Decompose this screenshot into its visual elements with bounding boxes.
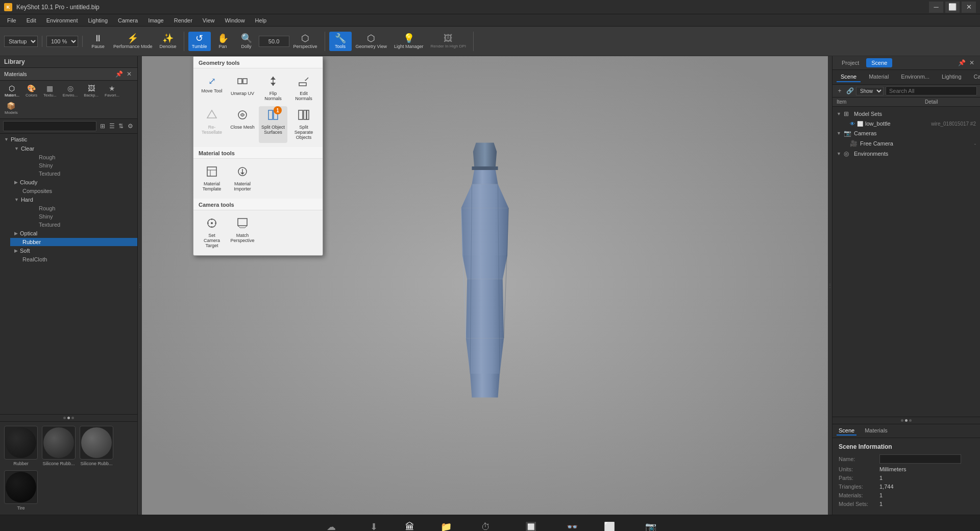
flip-normals-btn[interactable]: Flip Normals bbox=[259, 73, 287, 104]
left-collapse-handle[interactable]: ⋮ bbox=[138, 56, 142, 515]
distance-input[interactable] bbox=[259, 36, 289, 47]
close-button[interactable]: ✕ bbox=[962, 2, 976, 13]
model-sets-row[interactable]: ▼ ⊞ Model Sets bbox=[832, 109, 980, 119]
si-name-input[interactable] bbox=[879, 454, 961, 464]
menu-window[interactable]: Window bbox=[219, 16, 250, 25]
material-template-btn[interactable]: Material Template bbox=[198, 163, 226, 195]
rp-scene-tab[interactable]: Scene bbox=[866, 58, 892, 67]
tab-textures[interactable]: ▦ Textu... bbox=[41, 83, 59, 99]
list-view-icon[interactable]: ☰ bbox=[108, 122, 116, 130]
menu-file[interactable]: File bbox=[2, 16, 21, 25]
hard-textured[interactable]: Textured bbox=[20, 221, 137, 229]
show-dropdown[interactable]: Show bbox=[856, 87, 884, 95]
menu-help[interactable]: Help bbox=[250, 16, 272, 25]
menu-edit[interactable]: Edit bbox=[21, 16, 41, 25]
render-high-dpi-button[interactable]: 🖼 Render In High DPI bbox=[428, 32, 469, 51]
material-importer-btn[interactable]: Material Importer bbox=[228, 163, 257, 195]
composites-item[interactable]: Composites bbox=[10, 187, 137, 195]
soft-header[interactable]: ▶ Soft bbox=[10, 246, 137, 255]
tab-backplates[interactable]: 🖼 Backp... bbox=[81, 83, 101, 99]
split-separate-objects-btn[interactable]: Split Separate Objects bbox=[289, 106, 318, 143]
close-panel-icon[interactable]: ✕ bbox=[125, 70, 133, 78]
pause-button[interactable]: ⏸ Pause bbox=[87, 32, 109, 51]
tab-colors[interactable]: 🎨 Colors bbox=[23, 83, 40, 99]
re-tessellate-btn[interactable]: Re-Tessellate bbox=[198, 106, 226, 143]
sm-scene-tab[interactable]: Scene bbox=[837, 426, 856, 436]
bnav-library[interactable]: 🏛 Library bbox=[397, 519, 423, 532]
sort-icon[interactable]: ⇅ bbox=[117, 122, 125, 130]
low-bottle-row[interactable]: 👁 ⬜ low_bottle wire_018015017 #2 bbox=[832, 119, 980, 128]
settings-icon[interactable]: ⚙ bbox=[126, 122, 134, 130]
denoise-button[interactable]: ✨ Denoise bbox=[157, 32, 180, 51]
minimize-button[interactable]: ─ bbox=[929, 2, 943, 13]
clear-textured[interactable]: Textured bbox=[20, 170, 137, 178]
move-tool-btn[interactable]: ⤢ Move Tool bbox=[198, 73, 226, 104]
bnav-cloud-library[interactable]: ☁ Cloud Library bbox=[311, 518, 351, 531]
bnav-keyshot-vr[interactable]: 🔲 KeyShotVR bbox=[513, 518, 549, 531]
scene-material-tab[interactable]: Material bbox=[865, 72, 893, 82]
realcloth-item[interactable]: RealCloth bbox=[10, 255, 137, 263]
bnav-screenshot[interactable]: 📷 Screenshot bbox=[633, 518, 669, 531]
scene-lighting-tab[interactable]: Lighting bbox=[938, 72, 966, 82]
startup-dropdown[interactable]: Startup bbox=[4, 36, 38, 47]
rubber-item[interactable]: Rubber bbox=[10, 238, 137, 246]
scene-scene-tab[interactable]: Scene bbox=[837, 72, 861, 82]
thumb-silicone1[interactable]: Silicone Rubb... bbox=[42, 426, 76, 466]
search-input[interactable] bbox=[3, 121, 96, 131]
bnav-animation[interactable]: ⏱ Animation bbox=[470, 519, 502, 532]
grid-view-icon[interactable]: ⊞ bbox=[99, 122, 107, 130]
viewport[interactable]: Geometry tools ⤢ Move Tool Unwrap UV bbox=[142, 56, 828, 515]
bnav-project[interactable]: 📁 Project bbox=[433, 518, 459, 531]
clear-header[interactable]: ▼ Clear bbox=[10, 144, 137, 153]
environments-row[interactable]: ▼ ◎ Environments bbox=[832, 149, 980, 159]
cloudy-header[interactable]: ▶ Cloudy bbox=[10, 178, 137, 187]
geometry-view-button[interactable]: ⬡ Geometry View bbox=[353, 32, 390, 51]
sm-materials-tab[interactable]: Materials bbox=[863, 426, 890, 436]
rp-project-tab[interactable]: Project bbox=[837, 58, 864, 67]
zoom-dropdown[interactable]: 100 % bbox=[46, 36, 78, 47]
maximize-button[interactable]: ⬜ bbox=[945, 2, 960, 13]
scene-camera-tab[interactable]: Camera bbox=[970, 72, 980, 82]
close-mesh-btn[interactable]: Close Mesh bbox=[228, 106, 257, 143]
bnav-keyvr[interactable]: 👓 KeyVR bbox=[559, 518, 585, 531]
dolly-button[interactable]: 🔍 Dolly bbox=[235, 32, 258, 51]
tab-materials[interactable]: ⬡ Materi... bbox=[2, 83, 22, 99]
plastic-header[interactable]: ▼ Plastic bbox=[0, 135, 137, 144]
optical-header[interactable]: ▶ Optical bbox=[10, 229, 137, 238]
bnav-import[interactable]: ⬇ Import bbox=[361, 518, 386, 531]
tumble-button[interactable]: ↺ Tumble bbox=[188, 32, 211, 51]
split-object-surfaces-btn[interactable]: 1 Split Object Surfaces bbox=[259, 106, 287, 143]
tab-models[interactable]: 📦 Models bbox=[2, 100, 20, 116]
menu-lighting[interactable]: Lighting bbox=[83, 16, 113, 25]
unwrap-uv-btn[interactable]: Unwrap UV bbox=[228, 73, 257, 104]
tab-favorites[interactable]: ★ Favori... bbox=[102, 83, 122, 99]
link-icon[interactable]: 🔗 bbox=[846, 87, 854, 95]
hard-rough[interactable]: Rough bbox=[20, 204, 137, 212]
menu-image[interactable]: Image bbox=[143, 16, 169, 25]
menu-render[interactable]: Render bbox=[169, 16, 198, 25]
rp-pin-icon[interactable]: 📌 bbox=[958, 59, 966, 67]
free-camera-row[interactable]: 🎥 Free Camera - bbox=[832, 138, 980, 149]
menu-camera[interactable]: Camera bbox=[113, 16, 143, 25]
menu-environment[interactable]: Environment bbox=[41, 16, 83, 25]
clear-rough[interactable]: Rough bbox=[20, 153, 137, 161]
cameras-row[interactable]: ▼ 📷 Cameras bbox=[832, 128, 980, 138]
menu-view[interactable]: View bbox=[198, 16, 220, 25]
pin-icon[interactable]: 📌 bbox=[115, 70, 123, 78]
light-manager-button[interactable]: 💡 Light Manager bbox=[391, 32, 427, 51]
performance-mode-button[interactable]: ⚡ Performance Mode bbox=[110, 32, 156, 51]
tab-environments[interactable]: ◎ Enviro... bbox=[60, 83, 80, 99]
scene-search-input[interactable] bbox=[886, 86, 977, 95]
thumb-silicone2[interactable]: Silicone Rubb... bbox=[80, 426, 113, 466]
thumb-tire[interactable]: Tire bbox=[4, 470, 38, 511]
thumb-rubber[interactable]: Rubber bbox=[4, 426, 38, 466]
hard-shiny[interactable]: Shiny bbox=[20, 212, 137, 221]
match-perspective-btn[interactable]: Match Perspective bbox=[228, 214, 257, 251]
bnav-render[interactable]: ⬜ Render bbox=[596, 518, 623, 531]
scene-environment-tab[interactable]: Environm... bbox=[897, 72, 934, 82]
rp-close-icon[interactable]: ✕ bbox=[968, 59, 976, 67]
right-collapse-handle[interactable]: ⋮ bbox=[828, 56, 832, 515]
clear-shiny[interactable]: Shiny bbox=[20, 161, 137, 170]
edit-normals-btn[interactable]: Edit Normals bbox=[289, 73, 318, 104]
set-camera-target-btn[interactable]: Set Camera Target bbox=[198, 214, 226, 251]
